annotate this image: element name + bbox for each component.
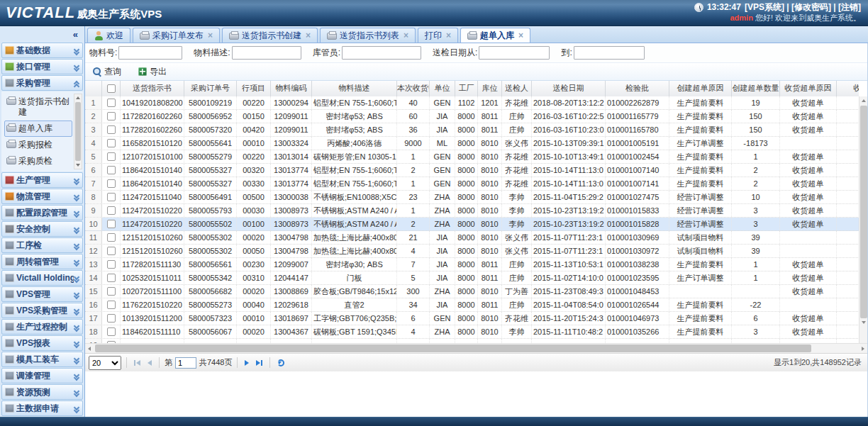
tab-2[interactable]: 送货指示书创建× bbox=[222, 28, 318, 43]
col-header-0[interactable]: 送货指示书 bbox=[121, 81, 184, 96]
tab-4[interactable]: 打印× bbox=[418, 28, 458, 43]
sidebar-group-7[interactable]: 工序检 bbox=[1, 237, 83, 253]
row-checkbox[interactable] bbox=[102, 110, 121, 123]
col-header-7[interactable]: 工厂 bbox=[455, 81, 478, 96]
table-row[interactable]: 131172820151113058000565610023012099007密… bbox=[85, 258, 859, 271]
row-checkbox[interactable] bbox=[102, 312, 121, 325]
sidebar-group-13[interactable]: VPS报表 bbox=[1, 335, 83, 351]
sidebar-group-9[interactable]: Victall Holding bbox=[1, 270, 83, 286]
table-row[interactable]: 31172820160226058000573200042012099011密封… bbox=[85, 123, 859, 137]
col-header-13[interactable]: 创建超单数量 bbox=[732, 81, 780, 96]
sidebar-group-12[interactable]: 生产过程控制 bbox=[1, 319, 83, 335]
col-header-6[interactable]: 单位 bbox=[430, 81, 455, 96]
row-checkbox[interactable] bbox=[102, 150, 121, 163]
table-row[interactable]: 11041920180820058001092190022013000294铝型… bbox=[85, 96, 859, 110]
sidebar-group-17[interactable]: 主数据申请 bbox=[1, 400, 83, 416]
col-header-10[interactable]: 送检日期 bbox=[532, 81, 606, 96]
submenu-scroll-thumb[interactable] bbox=[75, 102, 81, 161]
last-page-button[interactable] bbox=[254, 359, 265, 367]
page-number-input[interactable] bbox=[175, 357, 196, 369]
filter-input-2[interactable] bbox=[342, 46, 421, 60]
table-row[interactable]: 181184620151111058000560670002013004367碳… bbox=[85, 325, 859, 339]
header-link-1[interactable]: [修改密码] bbox=[791, 2, 831, 12]
page-size-select[interactable]: 20 bbox=[89, 356, 121, 370]
table-row[interactable]: 71186420151014058000553270033013013774铝型… bbox=[85, 177, 859, 191]
sidebar-group-4[interactable]: 物流管理 bbox=[1, 189, 83, 204]
row-checkbox[interactable] bbox=[102, 137, 121, 150]
table-row[interactable]: 161176220151022058000552730004012029618直… bbox=[85, 298, 859, 312]
first-page-button[interactable] bbox=[132, 359, 143, 367]
table-row[interactable]: 101124720151022058000555020010013008973不… bbox=[85, 218, 859, 231]
sidebar-group-16[interactable]: 资源预测 bbox=[1, 384, 83, 400]
col-header-12[interactable]: 创建超单原因 bbox=[669, 81, 732, 96]
row-checkbox[interactable] bbox=[102, 204, 121, 217]
sidebar-group-15[interactable]: 调漆管理 bbox=[1, 368, 83, 383]
grid-horizontal-scrollbar[interactable] bbox=[85, 343, 867, 353]
sidebar-group-5[interactable]: 配置跟踪管理 bbox=[1, 205, 83, 220]
scroll-down-icon[interactable] bbox=[74, 162, 82, 169]
tab-close-icon[interactable]: × bbox=[518, 32, 523, 39]
scroll-right-icon[interactable] bbox=[857, 344, 867, 354]
row-checkbox[interactable] bbox=[102, 231, 121, 244]
row-checkbox[interactable] bbox=[102, 325, 121, 338]
row-checkbox[interactable] bbox=[102, 298, 121, 311]
col-header-15[interactable]: 收货 bbox=[837, 81, 859, 96]
row-checkbox[interactable] bbox=[102, 123, 121, 136]
table-row[interactable]: 151020720151110058000566820002013008869胶… bbox=[85, 285, 859, 298]
query-button[interactable]: 查询 bbox=[90, 65, 124, 79]
col-header-8[interactable]: 库位 bbox=[478, 81, 502, 96]
scroll-up-icon[interactable] bbox=[74, 94, 82, 101]
tab-close-icon[interactable]: × bbox=[404, 32, 408, 39]
row-checkbox[interactable] bbox=[102, 245, 121, 257]
table-row[interactable]: 141025320151101158000553420031012044147门… bbox=[85, 271, 859, 285]
tab-0[interactable]: 欢迎 bbox=[87, 28, 130, 43]
refresh-button[interactable] bbox=[275, 358, 286, 368]
scroll-up-icon[interactable] bbox=[859, 96, 868, 105]
tab-5[interactable]: 超单入库× bbox=[460, 28, 530, 43]
row-checkbox[interactable] bbox=[102, 191, 121, 203]
tab-close-icon[interactable]: × bbox=[306, 32, 311, 39]
sidebar-group-2[interactable]: 采购管理 bbox=[1, 75, 83, 91]
table-row[interactable]: 81124720151104058000564910050013000038不锈… bbox=[85, 191, 859, 204]
table-row[interactable]: 41165820151012058000556410001013003324丙烯… bbox=[85, 137, 859, 150]
sidebar-subitem-2[interactable]: 采购报检 bbox=[4, 137, 72, 153]
tab-close-icon[interactable]: × bbox=[208, 32, 213, 39]
sidebar-group-3[interactable]: 生产管理 bbox=[1, 172, 83, 188]
row-checkbox[interactable] bbox=[102, 271, 121, 284]
vertical-scroll-thumb[interactable] bbox=[860, 106, 867, 318]
grid-vertical-scrollbar[interactable] bbox=[859, 96, 867, 343]
row-checkbox[interactable] bbox=[102, 177, 121, 190]
filter-input-0[interactable] bbox=[118, 46, 182, 60]
row-checkbox[interactable] bbox=[102, 285, 121, 298]
table-row[interactable]: 21172820160226058000569520015012099011密封… bbox=[85, 110, 859, 123]
prev-page-button[interactable] bbox=[145, 359, 154, 367]
select-all-checkbox[interactable] bbox=[102, 81, 121, 96]
sidebar-group-11[interactable]: VPS采购管理 bbox=[1, 303, 83, 318]
sidebar-collapse-button[interactable]: « bbox=[73, 29, 78, 40]
scroll-left-icon[interactable] bbox=[85, 344, 95, 354]
table-row[interactable]: 51210720151010058000552790022013013014碳钢… bbox=[85, 150, 859, 164]
sidebar-subitem-0[interactable]: 送货指示书创建 bbox=[4, 94, 72, 120]
row-checkbox[interactable] bbox=[102, 164, 121, 176]
header-link-0[interactable]: [VPS系统] bbox=[745, 2, 784, 12]
table-row[interactable]: 121215120151026058000553020005013004798加… bbox=[85, 245, 859, 258]
table-row[interactable]: 111215120151026058000553020002013004798加… bbox=[85, 231, 859, 245]
table-row[interactable]: 61186420151014058000553270032013013774铝型… bbox=[85, 164, 859, 177]
row-checkbox[interactable] bbox=[102, 96, 121, 109]
filter-input-3[interactable] bbox=[479, 46, 550, 60]
header-link-2[interactable]: [注销] bbox=[838, 2, 861, 12]
row-checkbox[interactable] bbox=[102, 218, 121, 230]
col-header-14[interactable]: 收货超单原因 bbox=[780, 81, 837, 96]
tab-close-icon[interactable]: × bbox=[446, 32, 451, 39]
scroll-down-icon[interactable] bbox=[859, 318, 868, 327]
sidebar-group-1[interactable]: 接口管理 bbox=[1, 59, 83, 74]
col-header-2[interactable]: 行项目 bbox=[237, 81, 271, 96]
tab-3[interactable]: 送货指示书列表× bbox=[320, 28, 416, 43]
export-button[interactable]: 导出 bbox=[135, 65, 169, 79]
sidebar-subitem-1[interactable]: 超单入库 bbox=[4, 120, 72, 137]
filter-input-1[interactable] bbox=[232, 46, 301, 60]
col-header-11[interactable]: 检验批 bbox=[606, 81, 669, 96]
submenu-scrollbar[interactable] bbox=[74, 94, 82, 169]
sidebar-group-8[interactable]: 周转箱管理 bbox=[1, 254, 83, 269]
col-header-1[interactable]: 采购订单号 bbox=[184, 81, 237, 96]
